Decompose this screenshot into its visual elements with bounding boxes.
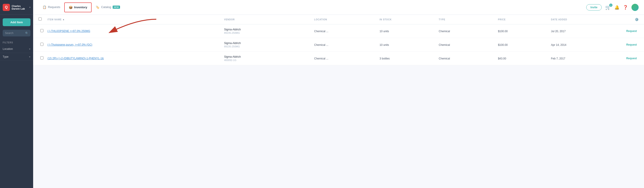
row1-item-name-link[interactable]: (-)-THUJOPSENE >=97.0% 250MG xyxy=(48,29,220,33)
invite-button[interactable]: Invite xyxy=(586,4,602,10)
row1-checkbox[interactable] xyxy=(40,29,44,32)
row2-checkbox-wrap xyxy=(38,43,46,47)
tab-requests-label: Requests xyxy=(48,5,60,9)
row3-instock: 3 bottles xyxy=(378,56,437,60)
row2-type-text: Chemical xyxy=(439,43,450,46)
row1-instock-text: 10 units xyxy=(380,30,389,33)
row3-type: Chemical xyxy=(437,56,496,60)
row2-vendor-code: 89235-250MG xyxy=(224,45,310,48)
item-name-label: ITEM NAME xyxy=(48,18,62,21)
row3-checkbox[interactable] xyxy=(40,56,44,59)
row3-item-name: (1S 2R)-(-)-2-(DIBUTYLAMINO)-1-PHENYL-1& xyxy=(46,57,222,60)
row1-type-text: Chemical xyxy=(439,30,450,33)
add-item-button[interactable]: Add Item xyxy=(3,18,30,26)
tab-inventory-label: Inventory xyxy=(74,5,87,9)
chevron-down-icon: ▾ xyxy=(29,55,30,58)
tab-inventory[interactable]: 📦 Inventory xyxy=(64,2,92,12)
tab-catalog[interactable]: 🏷️ Catalog NEW xyxy=(92,0,124,15)
row3-location: Chemical ... xyxy=(312,56,378,60)
row1-price-text: $100.00 xyxy=(498,30,508,33)
row2-item-name: (-)-Thujopsene,purum, >=97.0% (GC) xyxy=(46,43,222,46)
catalog-icon: 🏷️ xyxy=(96,5,100,9)
row2-item-name-link[interactable]: (-)-Thujopsene,purum, >=97.0% (GC) xyxy=(48,43,220,46)
filter-location[interactable]: Location ▾ xyxy=(0,45,33,53)
help-icon[interactable]: ❓ xyxy=(623,5,628,10)
inventory-icon: 📦 xyxy=(69,5,72,9)
row2-checkbox[interactable] xyxy=(40,43,44,46)
column-header-date: DATE ADDED xyxy=(549,18,621,21)
filter-location-label: Location xyxy=(3,47,13,50)
inventory-table: ITEM NAME ▲ VENDOR LOCATION IN STOCK TYP… xyxy=(33,15,644,65)
column-header-price: PRICE xyxy=(496,18,549,21)
row1-price: $100.00 xyxy=(496,29,549,33)
row1-vendor: Sigma-Aldrich 89235-250MG xyxy=(222,28,312,34)
row2-instock: 10 units xyxy=(378,43,437,47)
topnav-actions: Invite 🛒 3 🔔 ❓ xyxy=(586,4,639,11)
search-wrap: 🔍 xyxy=(3,30,30,36)
tab-requests[interactable]: 📋 Requests xyxy=(38,0,64,15)
chevron-down-icon: ▾ xyxy=(29,48,30,50)
inventory-table-area: ITEM NAME ▲ VENDOR LOCATION IN STOCK TYP… xyxy=(33,15,644,188)
row3-checkbox-wrap xyxy=(38,56,46,60)
row1-checkbox-wrap xyxy=(38,29,46,33)
row3-request-link[interactable]: Request xyxy=(626,57,637,60)
row3-type-text: Chemical xyxy=(439,57,450,60)
new-badge: NEW xyxy=(113,5,120,9)
sidebar-header: Q Charles Darwin Lab ▾ xyxy=(0,0,33,15)
row2-location: Chemical ... xyxy=(312,43,378,47)
row1-actions: Request xyxy=(621,29,639,33)
row1-date: Jul 20, 2017 xyxy=(549,29,621,33)
table-row: (1S 2R)-(-)-2-(DIBUTYLAMINO)-1-PHENYL-1&… xyxy=(33,52,644,65)
filter-type-label: Type xyxy=(3,55,8,58)
table-row: (-)-THUJOPSENE >=97.0% 250MG Sigma-Aldri… xyxy=(33,24,644,38)
filter-type[interactable]: Type ▾ xyxy=(0,53,33,61)
user-avatar[interactable] xyxy=(632,4,639,11)
row3-price: $43.00 xyxy=(496,56,549,60)
chevron-down-icon: ▾ xyxy=(29,6,30,8)
header-checkbox-wrap xyxy=(38,17,46,21)
row2-vendor: Sigma-Aldrich 89235-250MG xyxy=(222,42,312,48)
column-header-type: TYPE xyxy=(437,18,496,21)
row1-instock: 10 units xyxy=(378,29,437,33)
row2-vendor-name: Sigma-Aldrich xyxy=(224,42,310,45)
row2-request-link[interactable]: Request xyxy=(626,43,637,46)
row1-vendor-name: Sigma-Aldrich xyxy=(224,28,310,31)
requests-icon: 📋 xyxy=(42,5,46,9)
row3-actions: Request xyxy=(621,57,639,60)
row2-price: $100.00 xyxy=(496,43,549,47)
row2-actions: Request xyxy=(621,43,639,46)
row2-price-text: $100.00 xyxy=(498,43,508,46)
row3-vendor: Sigma-Aldrich 400092-1G xyxy=(222,55,312,61)
cart-button[interactable]: 🛒 3 xyxy=(605,5,611,10)
row2-location-text: Chemical ... xyxy=(314,43,328,46)
select-all-checkbox[interactable] xyxy=(38,17,42,20)
notification-icon[interactable]: 🔔 xyxy=(614,5,619,10)
row3-date-text: Feb 7, 2017 xyxy=(551,57,565,60)
row2-date-text: Apr 14, 2014 xyxy=(551,43,566,46)
row1-date-text: Jul 20, 2017 xyxy=(551,30,566,33)
column-header-item-name[interactable]: ITEM NAME ▲ xyxy=(46,18,222,21)
cart-count-badge: 3 xyxy=(609,3,612,7)
column-header-actions: ⚙️ xyxy=(621,18,639,21)
column-header-vendor: VENDOR xyxy=(222,18,312,21)
sidebar: Q Charles Darwin Lab ▾ Add Item 🔍 FILTER… xyxy=(0,0,33,188)
row3-vendor-code: 400092-1G xyxy=(224,59,310,61)
row1-item-name: (-)-THUJOPSENE >=97.0% 250MG xyxy=(46,29,222,33)
row2-date: Apr 14, 2014 xyxy=(549,43,621,47)
table-row: (-)-Thujopsene,purum, >=97.0% (GC) Sigma… xyxy=(33,38,644,52)
column-header-instock: IN STOCK xyxy=(378,18,437,21)
gear-icon[interactable]: ⚙️ xyxy=(635,18,639,21)
row1-request-link[interactable]: Request xyxy=(626,29,637,33)
row3-date: Feb 7, 2017 xyxy=(549,56,621,60)
filters-label: FILTERS xyxy=(0,40,33,45)
row1-location-text: Chemical ... xyxy=(314,30,328,33)
row1-vendor-code: 89235-250MG xyxy=(224,31,310,34)
search-icon: 🔍 xyxy=(25,31,29,35)
app-logo[interactable]: Q xyxy=(3,4,10,11)
row3-item-name-link[interactable]: (1S 2R)-(-)-2-(DIBUTYLAMINO)-1-PHENYL-1& xyxy=(48,57,220,60)
tab-catalog-label: Catalog xyxy=(101,5,111,9)
column-header-location: LOCATION xyxy=(312,18,378,21)
lab-name: Charles Darwin Lab xyxy=(12,5,28,10)
row3-location-text: Chemical ... xyxy=(314,57,328,60)
row1-location: Chemical ... xyxy=(312,29,378,33)
